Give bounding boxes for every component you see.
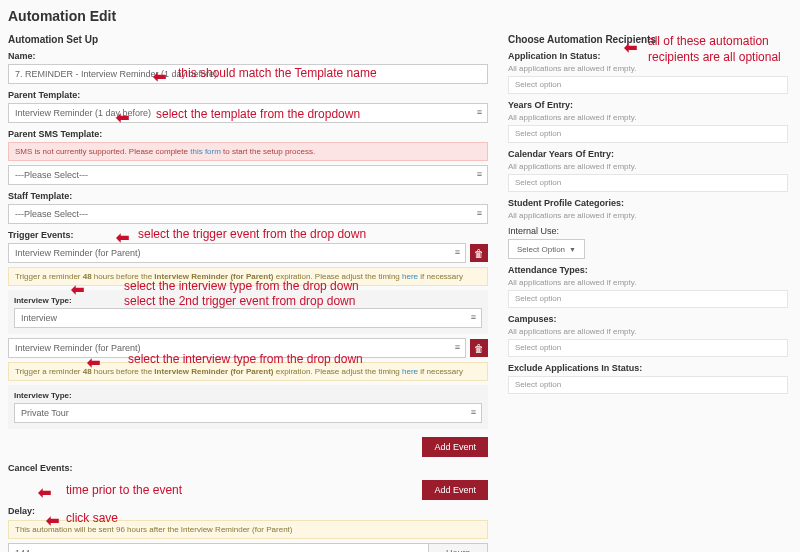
delay-input[interactable]	[8, 543, 428, 552]
timing-link-2[interactable]: here	[402, 367, 418, 376]
cal-years-label: Calendar Years Of Entry:	[508, 149, 788, 159]
years-select[interactable]: Select option	[508, 125, 788, 143]
page-title: Automation Edit	[8, 8, 792, 24]
parent-template-label: Parent Template:	[8, 90, 488, 100]
profile-cat-helper: All applications are allowed if empty.	[508, 211, 788, 220]
app-status-select[interactable]: Select option	[508, 76, 788, 94]
t: Interview Reminder (for Parent)	[154, 367, 273, 376]
exclude-label: Exclude Applications In Status:	[508, 363, 788, 373]
t: hours before the	[92, 367, 155, 376]
attendance-helper: All applications are allowed if empty.	[508, 278, 788, 287]
t: hours before the	[92, 272, 155, 281]
sms-warning-text-a: SMS is not currently supported. Please c…	[15, 147, 190, 156]
internal-use-value: Select Option	[517, 245, 565, 254]
left-column: Automation Set Up Name: Parent Template:…	[8, 34, 488, 552]
trigger-events-label: Trigger Events:	[8, 230, 488, 240]
delete-trigger-2-button[interactable]: 🗑	[470, 339, 488, 357]
interview-type-2-label: Interview Type:	[14, 391, 482, 400]
right-column: Choose Automation Recipients Application…	[508, 34, 788, 552]
delete-trigger-1-button[interactable]: 🗑	[470, 244, 488, 262]
interview-type-1-label: Interview Type:	[14, 296, 482, 305]
t: Interview Reminder (for Parent)	[154, 272, 273, 281]
setup-title: Automation Set Up	[8, 34, 488, 45]
trigger-2-info: Trigger a reminder 48 hours before the I…	[8, 362, 488, 381]
years-label: Years Of Entry:	[508, 100, 788, 110]
trigger-1-info: Trigger a reminder 48 hours before the I…	[8, 267, 488, 286]
trigger-event-2-select[interactable]	[8, 338, 466, 358]
campuses-label: Campuses:	[508, 314, 788, 324]
profile-cat-label: Student Profile Categories:	[508, 198, 788, 208]
t: if necessary	[418, 272, 463, 281]
interview-type-1-block: Interview Type:	[8, 290, 488, 334]
timing-link-1[interactable]: here	[402, 272, 418, 281]
internal-use-select[interactable]: Select Option▼	[508, 239, 585, 259]
add-event-button-1[interactable]: Add Event	[422, 437, 488, 457]
staff-template-select[interactable]	[8, 204, 488, 224]
cancel-events-label: Cancel Events:	[8, 463, 488, 473]
recipients-title: Choose Automation Recipients	[508, 34, 788, 45]
attendance-label: Attendance Types:	[508, 265, 788, 275]
app-status-label: Application In Status:	[508, 51, 788, 61]
exclude-select[interactable]: Select option	[508, 376, 788, 394]
t: expiration. Please adjust the timing	[274, 367, 403, 376]
campuses-select[interactable]: Select option	[508, 339, 788, 357]
interview-type-2-block: Interview Type:	[8, 385, 488, 429]
app-status-helper: All applications are allowed if empty.	[508, 64, 788, 73]
internal-use-label: Internal Use:	[508, 226, 788, 236]
name-input[interactable]	[8, 64, 488, 84]
parent-template-select[interactable]	[8, 103, 488, 123]
delay-info: This automation will be sent 96 hours af…	[8, 520, 488, 539]
staff-template-label: Staff Template:	[8, 191, 488, 201]
campuses-helper: All applications are allowed if empty.	[508, 327, 788, 336]
t: 48	[83, 272, 92, 281]
sms-form-link[interactable]: this form	[190, 147, 221, 156]
caret-down-icon: ▼	[569, 246, 576, 253]
sms-template-label: Parent SMS Template:	[8, 129, 488, 139]
t: expiration. Please adjust the timing	[274, 272, 403, 281]
cal-years-helper: All applications are allowed if empty.	[508, 162, 788, 171]
t: if necessary	[418, 367, 463, 376]
sms-warning: SMS is not currently supported. Please c…	[8, 142, 488, 161]
sms-template-select[interactable]	[8, 165, 488, 185]
delay-unit: Hours	[428, 543, 488, 552]
t: Trigger a reminder	[15, 367, 83, 376]
interview-type-2-select[interactable]	[14, 403, 482, 423]
add-event-button-2[interactable]: Add Event	[422, 480, 488, 500]
attendance-select[interactable]: Select option	[508, 290, 788, 308]
interview-type-1-select[interactable]	[14, 308, 482, 328]
t: 48	[83, 367, 92, 376]
sms-warning-text-b: to start the setup process.	[221, 147, 315, 156]
delay-label: Delay:	[8, 506, 488, 516]
trigger-event-1-select[interactable]	[8, 243, 466, 263]
name-label: Name:	[8, 51, 488, 61]
years-helper: All applications are allowed if empty.	[508, 113, 788, 122]
t: Trigger a reminder	[15, 272, 83, 281]
cal-years-select[interactable]: Select option	[508, 174, 788, 192]
